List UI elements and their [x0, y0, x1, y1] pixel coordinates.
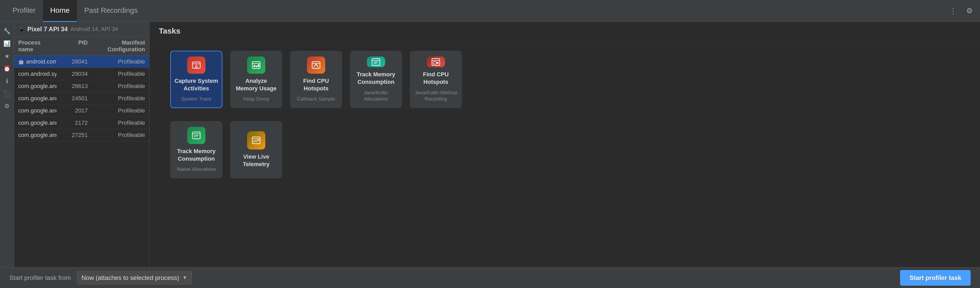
process-name-cell: 🤖android.com.java.profilertester	[18, 58, 57, 65]
chevron-down-icon: ▼	[182, 275, 188, 281]
process-pid: 2172	[57, 119, 88, 126]
process-pid: 27251	[57, 132, 88, 138]
process-row[interactable]: com.android.systemui29034Profileable	[14, 68, 149, 80]
task-title-track-memory-consumption-java: Track Memory Consumption	[354, 71, 398, 86]
device-api: Android 14, API 34	[70, 26, 118, 33]
process-pid: 28041	[57, 58, 88, 65]
task-subtitle-track-memory-consumption-native: Native Allocations	[177, 166, 216, 173]
col-manifest: Manifest Configuration	[88, 39, 145, 53]
task-subtitle-analyze-memory-usage: Heap Dump	[243, 96, 269, 102]
process-name-text: com.android.systemui	[18, 70, 57, 77]
task-card-view-live-telemetry[interactable]: View Live Telemetry	[230, 121, 282, 178]
process-name-cell: com.google.android.apps.messaging	[18, 83, 57, 89]
process-manifest: Profileable	[88, 58, 145, 65]
task-card-track-memory-consumption-native[interactable]: Track Memory ConsumptionNative Allocatio…	[170, 121, 222, 178]
sidebar-icon-info[interactable]: ℹ	[2, 76, 12, 86]
task-card-track-memory-consumption-java[interactable]: Track Memory ConsumptionJava/Kotlin Allo…	[350, 51, 402, 108]
tab-past-recordings[interactable]: Past Recordings	[77, 0, 145, 22]
task-icon-track-memory-consumption-java	[367, 57, 385, 67]
device-icon: 📱	[18, 26, 25, 32]
task-source-dropdown[interactable]: Now (attaches to selected process) ▼	[77, 271, 192, 284]
process-name-cell: com.google.android.apps.messaging...	[18, 95, 57, 102]
tasks-grid-container: Capture System ActivitiesSystem Trace An…	[150, 40, 980, 267]
sidebar-icon-monitor[interactable]: 📊	[2, 38, 12, 49]
tab-home[interactable]: Home	[43, 0, 77, 22]
sidebar-icons: 🔧 📊 ★ ⏰ ℹ ⬛ ⚙	[0, 22, 14, 267]
device-header: 📱 Pixel 7 API 34 Android 14, API 34	[14, 22, 149, 37]
task-title-view-live-telemetry: View Live Telemetry	[234, 153, 278, 168]
process-name-text: com.google.android.inputmethod.latin	[18, 132, 57, 138]
task-subtitle-find-cpu-hotspots-callstack: Callstack Sample	[297, 96, 335, 102]
task-icon-find-cpu-hotspots-recording	[427, 57, 445, 67]
task-title-track-memory-consumption-native: Track Memory Consumption	[175, 148, 218, 162]
svg-rect-6	[254, 65, 255, 67]
task-card-analyze-memory-usage[interactable]: Analyze Memory UsageHeap Dump	[230, 51, 282, 108]
process-name-cell: com.google.android.dialer	[18, 107, 57, 114]
sidebar-icon-clock[interactable]: ⏰	[2, 64, 12, 74]
bottom-bar: Start profiler task from Now (attaches t…	[0, 267, 980, 288]
process-table-header: Process name PID Manifest Configuration	[14, 37, 149, 56]
svg-rect-18	[433, 62, 436, 64]
col-process-name: Process name	[18, 39, 57, 53]
process-list: 🤖android.com.java.profilertester28041Pro…	[14, 56, 149, 267]
process-name-cell: com.google.android.gm	[18, 119, 57, 126]
process-row[interactable]: 🤖android.com.java.profilertester28041Pro…	[14, 56, 149, 68]
process-row[interactable]: com.google.android.apps.messaging28613Pr…	[14, 80, 149, 92]
task-title-find-cpu-hotspots-callstack: Find CPU Hotspots	[294, 77, 338, 92]
task-icon-track-memory-consumption-native	[187, 127, 205, 144]
process-row[interactable]: com.google.android.dialer2017Profileable	[14, 105, 149, 117]
task-icon-find-cpu-hotspots-callstack	[307, 57, 325, 74]
dropdown-value: Now (attaches to selected process)	[81, 274, 179, 282]
svg-point-2	[195, 65, 197, 68]
process-panel: 📱 Pixel 7 API 34 Android 14, API 34 Proc…	[14, 22, 150, 267]
task-card-find-cpu-hotspots-recording[interactable]: Find CPU HotspotsJava/Kotlin Method Reco…	[410, 51, 462, 108]
process-name-text: com.google.android.gm	[18, 119, 57, 126]
tasks-grid: Capture System ActivitiesSystem Trace An…	[170, 51, 959, 178]
process-pid: 2017	[57, 107, 88, 114]
task-card-find-cpu-hotspots-callstack[interactable]: Find CPU HotspotsCallstack Sample	[290, 51, 342, 108]
task-title-find-cpu-hotspots-recording: Find CPU Hotspots	[414, 71, 458, 86]
process-manifest: Profileable	[88, 70, 145, 77]
col-pid: PID	[57, 39, 88, 53]
process-name-text: android.com.java.profilertester	[26, 58, 57, 65]
process-name-cell: com.google.android.inputmethod.latin	[18, 132, 57, 138]
task-title-analyze-memory-usage: Analyze Memory Usage	[234, 77, 278, 92]
main-content: 🔧 📊 ★ ⏰ ℹ ⬛ ⚙ 📱 Pixel 7 API 34 Android 1…	[0, 22, 980, 267]
sidebar-icon-settings[interactable]: ⚙	[2, 101, 12, 111]
svg-rect-8	[258, 64, 259, 67]
process-row[interactable]: com.google.android.apps.messaging...2450…	[14, 92, 149, 105]
sidebar-icon-terminal[interactable]: ⬛	[2, 89, 12, 99]
device-name: Pixel 7 API 34	[27, 25, 68, 33]
tasks-header: Tasks	[150, 22, 980, 40]
process-row[interactable]: com.google.android.gm2172Profileable	[14, 117, 149, 129]
process-pid: 24501	[57, 95, 88, 102]
task-subtitle-capture-system-activities: System Trace	[181, 96, 212, 102]
process-manifest: Profileable	[88, 132, 145, 138]
process-manifest: Profileable	[88, 95, 145, 102]
process-manifest: Profileable	[88, 119, 145, 126]
tasks-panel: Tasks Capture System ActivitiesSystem Tr…	[150, 22, 980, 267]
process-pid: 29034	[57, 70, 88, 77]
more-options-button[interactable]: ⋮	[947, 5, 959, 17]
bottom-label: Start profiler task from	[10, 274, 71, 282]
settings-button[interactable]: ⚙	[964, 5, 975, 17]
start-profiler-task-button[interactable]: Start profiler task	[900, 270, 970, 286]
tab-profiler[interactable]: Profiler	[5, 0, 43, 22]
task-icon-view-live-telemetry	[247, 131, 265, 150]
svg-rect-9	[312, 62, 320, 68]
task-card-capture-system-activities[interactable]: Capture System ActivitiesSystem Trace	[170, 51, 222, 108]
task-icon-analyze-memory-usage	[247, 57, 265, 74]
process-row[interactable]: com.google.android.inputmethod.latin2725…	[14, 129, 149, 142]
tab-bar-actions: ⋮ ⚙	[947, 5, 975, 17]
sidebar-icon-tool[interactable]: 🔧	[2, 26, 12, 37]
process-name-text: com.google.android.dialer	[18, 107, 57, 114]
process-name-text: com.google.android.apps.messaging	[18, 83, 57, 89]
process-manifest: Profileable	[88, 83, 145, 89]
process-name-cell: com.android.systemui	[18, 70, 57, 77]
task-subtitle-find-cpu-hotspots-recording: Java/Kotlin Method Recording	[414, 89, 458, 102]
tab-bar: Profiler Home Past Recordings ⋮ ⚙	[0, 0, 980, 22]
android-icon: 🤖	[18, 59, 24, 65]
sidebar-icon-star[interactable]: ★	[2, 51, 12, 62]
svg-rect-7	[256, 65, 257, 67]
process-manifest: Profileable	[88, 107, 145, 114]
